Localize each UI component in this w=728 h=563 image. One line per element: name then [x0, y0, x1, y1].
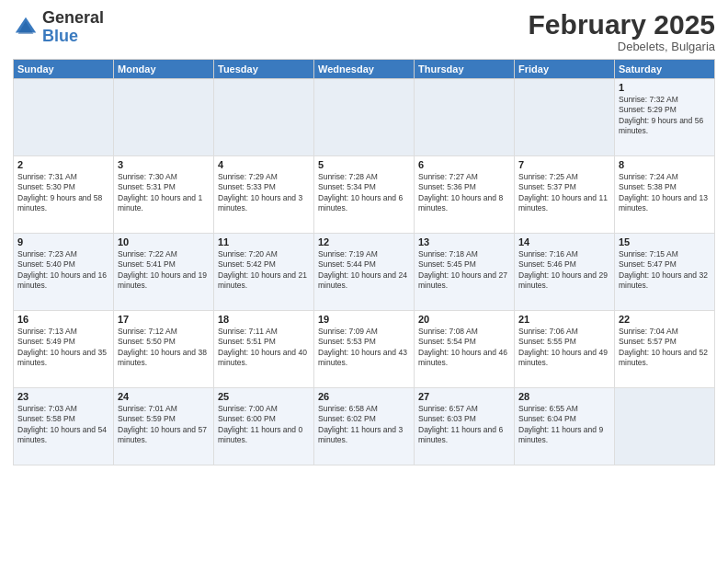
day-info: Sunrise: 7:27 AM Sunset: 5:36 PM Dayligh…: [418, 172, 510, 214]
day-info: Sunrise: 7:30 AM Sunset: 5:31 PM Dayligh…: [118, 172, 210, 214]
day-number: 16: [17, 314, 109, 325]
day-number: 23: [17, 391, 109, 402]
day-number: 19: [318, 314, 410, 325]
logo-blue-text: Blue: [42, 27, 78, 45]
day-number: 21: [518, 314, 610, 325]
calendar-cell: 26Sunrise: 6:58 AM Sunset: 6:02 PM Dayli…: [314, 388, 415, 465]
calendar-header-row: SundayMondayTuesdayWednesdayThursdayFrid…: [14, 60, 715, 79]
calendar-cell: 2Sunrise: 7:31 AM Sunset: 5:30 PM Daylig…: [14, 156, 114, 234]
day-number: 14: [518, 236, 610, 247]
calendar-week-row: 2Sunrise: 7:31 AM Sunset: 5:30 PM Daylig…: [14, 156, 715, 234]
day-number: 15: [619, 236, 711, 247]
day-info: Sunrise: 7:24 AM Sunset: 5:38 PM Dayligh…: [619, 172, 711, 214]
calendar-cell: 18Sunrise: 7:11 AM Sunset: 5:51 PM Dayli…: [214, 311, 314, 388]
calendar-cell: [415, 79, 515, 156]
calendar-cell: 5Sunrise: 7:28 AM Sunset: 5:34 PM Daylig…: [314, 156, 415, 234]
calendar-cell: [314, 79, 415, 156]
day-number: 8: [619, 159, 711, 170]
calendar-cell: 12Sunrise: 7:19 AM Sunset: 5:44 PM Dayli…: [314, 234, 415, 311]
day-header-friday: Friday: [515, 60, 615, 79]
day-info: Sunrise: 7:20 AM Sunset: 5:42 PM Dayligh…: [218, 249, 310, 292]
day-info: Sunrise: 7:16 AM Sunset: 5:46 PM Dayligh…: [518, 249, 610, 292]
day-info: Sunrise: 7:06 AM Sunset: 5:55 PM Dayligh…: [518, 327, 610, 369]
day-number: 7: [518, 159, 610, 170]
day-info: Sunrise: 7:19 AM Sunset: 5:44 PM Dayligh…: [318, 249, 410, 292]
day-info: Sunrise: 7:09 AM Sunset: 5:53 PM Dayligh…: [318, 327, 410, 369]
day-number: 3: [118, 159, 210, 170]
calendar-cell: 4Sunrise: 7:29 AM Sunset: 5:33 PM Daylig…: [214, 156, 314, 234]
day-info: Sunrise: 7:15 AM Sunset: 5:47 PM Dayligh…: [619, 249, 711, 292]
calendar-cell: 27Sunrise: 6:57 AM Sunset: 6:03 PM Dayli…: [415, 388, 515, 465]
logo: General Blue: [13, 9, 104, 46]
day-header-thursday: Thursday: [415, 60, 515, 79]
day-info: Sunrise: 7:01 AM Sunset: 5:59 PM Dayligh…: [118, 404, 210, 446]
day-info: Sunrise: 7:00 AM Sunset: 6:00 PM Dayligh…: [218, 404, 310, 446]
logo-icon: [13, 15, 39, 40]
calendar-week-row: 9Sunrise: 7:23 AM Sunset: 5:40 PM Daylig…: [14, 234, 715, 311]
month-title: February 2025: [529, 9, 715, 40]
day-header-sunday: Sunday: [14, 60, 114, 79]
day-number: 10: [118, 236, 210, 247]
day-number: 18: [218, 314, 310, 325]
day-info: Sunrise: 7:23 AM Sunset: 5:40 PM Dayligh…: [17, 249, 109, 292]
calendar-cell: 20Sunrise: 7:08 AM Sunset: 5:54 PM Dayli…: [415, 311, 515, 388]
calendar-cell: [114, 79, 214, 156]
day-number: 12: [318, 236, 410, 247]
day-number: 1: [619, 82, 711, 93]
title-block: February 2025 Debelets, Bulgaria: [529, 9, 715, 53]
day-info: Sunrise: 7:31 AM Sunset: 5:30 PM Dayligh…: [17, 172, 109, 214]
calendar-table: SundayMondayTuesdayWednesdayThursdayFrid…: [13, 59, 715, 465]
calendar-cell: 23Sunrise: 7:03 AM Sunset: 5:58 PM Dayli…: [14, 388, 114, 465]
day-info: Sunrise: 7:03 AM Sunset: 5:58 PM Dayligh…: [17, 404, 109, 446]
day-info: Sunrise: 6:58 AM Sunset: 6:02 PM Dayligh…: [318, 404, 410, 446]
calendar-cell: 15Sunrise: 7:15 AM Sunset: 5:47 PM Dayli…: [615, 234, 715, 311]
day-number: 9: [17, 236, 109, 247]
day-number: 25: [218, 391, 310, 402]
calendar-cell: 14Sunrise: 7:16 AM Sunset: 5:46 PM Dayli…: [515, 234, 615, 311]
calendar-cell: 1Sunrise: 7:32 AM Sunset: 5:29 PM Daylig…: [615, 79, 715, 156]
calendar-cell: 10Sunrise: 7:22 AM Sunset: 5:41 PM Dayli…: [114, 234, 214, 311]
location-subtitle: Debelets, Bulgaria: [529, 40, 715, 53]
calendar-cell: 13Sunrise: 7:18 AM Sunset: 5:45 PM Dayli…: [415, 234, 515, 311]
calendar-week-row: 1Sunrise: 7:32 AM Sunset: 5:29 PM Daylig…: [14, 79, 715, 156]
calendar-cell: 8Sunrise: 7:24 AM Sunset: 5:38 PM Daylig…: [615, 156, 715, 234]
calendar-cell: [615, 388, 715, 465]
page-header: General Blue February 2025 Debelets, Bul…: [13, 9, 715, 53]
day-info: Sunrise: 7:13 AM Sunset: 5:49 PM Dayligh…: [17, 327, 109, 369]
day-number: 26: [318, 391, 410, 402]
day-info: Sunrise: 7:22 AM Sunset: 5:41 PM Dayligh…: [118, 249, 210, 292]
day-number: 6: [418, 159, 510, 170]
day-number: 22: [619, 314, 711, 325]
day-info: Sunrise: 7:28 AM Sunset: 5:34 PM Dayligh…: [318, 172, 410, 214]
calendar-week-row: 16Sunrise: 7:13 AM Sunset: 5:49 PM Dayli…: [14, 311, 715, 388]
calendar-cell: 6Sunrise: 7:27 AM Sunset: 5:36 PM Daylig…: [415, 156, 515, 234]
day-number: 11: [218, 236, 310, 247]
calendar-cell: 11Sunrise: 7:20 AM Sunset: 5:42 PM Dayli…: [214, 234, 314, 311]
calendar-cell: 17Sunrise: 7:12 AM Sunset: 5:50 PM Dayli…: [114, 311, 214, 388]
day-number: 27: [418, 391, 510, 402]
day-number: 13: [418, 236, 510, 247]
calendar-cell: 21Sunrise: 7:06 AM Sunset: 5:55 PM Dayli…: [515, 311, 615, 388]
day-number: 28: [518, 391, 610, 402]
page-container: General Blue February 2025 Debelets, Bul…: [0, 0, 728, 563]
calendar-cell: 22Sunrise: 7:04 AM Sunset: 5:57 PM Dayli…: [615, 311, 715, 388]
calendar-cell: [515, 79, 615, 156]
calendar-cell: 28Sunrise: 6:55 AM Sunset: 6:04 PM Dayli…: [515, 388, 615, 465]
day-info: Sunrise: 7:18 AM Sunset: 5:45 PM Dayligh…: [418, 249, 510, 292]
day-number: 20: [418, 314, 510, 325]
day-info: Sunrise: 6:57 AM Sunset: 6:03 PM Dayligh…: [418, 404, 510, 446]
day-number: 17: [118, 314, 210, 325]
day-info: Sunrise: 7:25 AM Sunset: 5:37 PM Dayligh…: [518, 172, 610, 214]
day-number: 24: [118, 391, 210, 402]
day-number: 5: [318, 159, 410, 170]
day-info: Sunrise: 7:04 AM Sunset: 5:57 PM Dayligh…: [619, 327, 711, 369]
day-header-saturday: Saturday: [615, 60, 715, 79]
calendar-cell: [214, 79, 314, 156]
day-number: 2: [17, 159, 109, 170]
calendar-cell: [14, 79, 114, 156]
day-info: Sunrise: 7:11 AM Sunset: 5:51 PM Dayligh…: [218, 327, 310, 369]
day-info: Sunrise: 7:12 AM Sunset: 5:50 PM Dayligh…: [118, 327, 210, 369]
calendar-cell: 16Sunrise: 7:13 AM Sunset: 5:49 PM Dayli…: [14, 311, 114, 388]
calendar-cell: 19Sunrise: 7:09 AM Sunset: 5:53 PM Dayli…: [314, 311, 415, 388]
calendar-cell: 24Sunrise: 7:01 AM Sunset: 5:59 PM Dayli…: [114, 388, 214, 465]
